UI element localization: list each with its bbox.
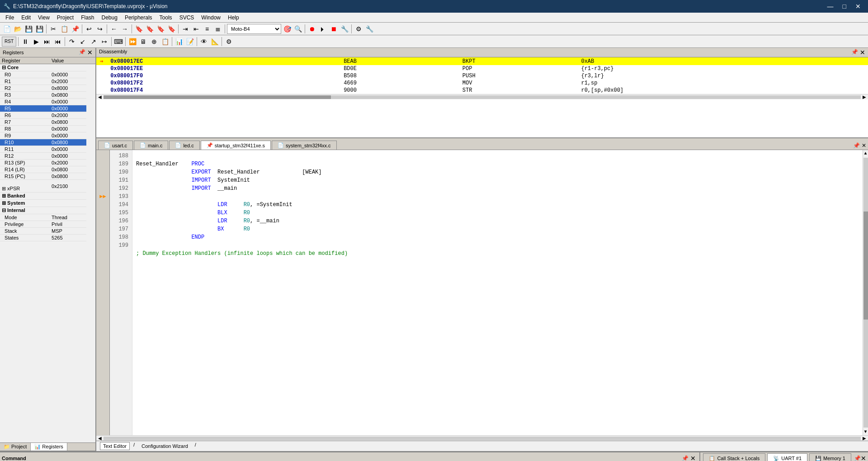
minimize-button[interactable]: — (824, 2, 837, 11)
menu-tools[interactable]: Tools (156, 14, 176, 22)
tab-usart-c[interactable]: 📄 usart.c (98, 141, 133, 150)
scroll-thumb[interactable] (863, 212, 868, 320)
reg-r14lr[interactable]: R14 (LR)0x0800 (0, 166, 95, 173)
tab-memory1[interactable]: 💾 Memory 1 (809, 453, 851, 461)
editor-close[interactable]: ✕ (862, 142, 866, 149)
tb-wrench[interactable]: 🔧 (364, 24, 374, 34)
tb2-step-out[interactable]: ↗ (89, 37, 99, 47)
pin-command[interactable]: 📌 (682, 455, 689, 461)
tb-indent[interactable]: ⇥ (180, 24, 190, 34)
close-uart[interactable]: ✕ (861, 455, 866, 461)
tb2-disasm[interactable]: 🖥 (138, 37, 148, 47)
close-registers[interactable]: ✕ (87, 49, 93, 56)
pin-disassembly[interactable]: 📌 (851, 49, 858, 56)
close-disassembly[interactable]: ✕ (860, 49, 865, 56)
tb-nav-back[interactable]: ← (109, 24, 119, 34)
group-system[interactable]: ⊞ System (0, 200, 95, 207)
tb2-step-over[interactable]: ↷ (67, 37, 77, 47)
menu-project[interactable]: Project (53, 14, 77, 22)
tb-run[interactable]: ⏵ (318, 24, 328, 34)
menu-file[interactable]: File (2, 14, 18, 22)
menu-view[interactable]: View (34, 14, 53, 22)
tb2-b3[interactable]: ⏭ (42, 37, 52, 47)
editor-pin[interactable]: 📌 (853, 142, 860, 149)
close-command[interactable]: ✕ (690, 455, 696, 461)
reg-r6[interactable]: R60x2000 (0, 112, 95, 119)
pin-icon[interactable]: 📌 (79, 49, 85, 56)
tb-run-stop[interactable]: ⏺ (307, 24, 317, 34)
tb-outdent[interactable]: ⇤ (191, 24, 201, 34)
tab-config-wizard[interactable]: Configuration Wizard (138, 442, 191, 450)
reg-r15pc[interactable]: R15 (PC)0x0800 (0, 173, 95, 180)
tab-led-c[interactable]: 📄 led.c (169, 141, 199, 150)
tb2-setup[interactable]: ⚙ (224, 37, 234, 47)
reg-privilege[interactable]: PrivilegePrivil (0, 221, 95, 228)
menu-peripherals[interactable]: Peripherals (121, 14, 156, 22)
tb-open[interactable]: 📂 (13, 24, 23, 34)
hscroll-track[interactable] (104, 437, 861, 440)
tb-bk3[interactable]: 🔖 (156, 24, 165, 34)
reg-stack[interactable]: StackMSP (0, 228, 95, 235)
tb-indent2[interactable]: ≡ (202, 24, 212, 34)
tb2-step-in[interactable]: ↙ (78, 37, 88, 47)
group-internal[interactable]: ⊟ Internal (0, 207, 95, 214)
hscroll-right[interactable]: ▶ (863, 436, 866, 441)
code-content[interactable]: Reset_Handler PROC EXPORT Reset_Handler … (132, 150, 863, 435)
tb2-b2[interactable]: ▶ (31, 37, 41, 47)
tb-paste[interactable]: 📌 (70, 24, 80, 34)
tab-project[interactable]: 📁 Project (0, 443, 31, 451)
tab-main-c[interactable]: 📄 main.c (134, 141, 168, 150)
reg-r7[interactable]: R70x0800 (0, 119, 95, 126)
reg-r11[interactable]: R110x0000 (0, 146, 95, 153)
title-bar-controls[interactable]: — □ ✕ (824, 2, 864, 11)
reg-r10[interactable]: R100x0800 (0, 139, 95, 146)
tb2-perf[interactable]: 📊 (174, 37, 184, 47)
tb-cut[interactable]: ✂ (48, 24, 58, 34)
tb2-b4[interactable]: ⏮ (53, 37, 63, 47)
reg-mode[interactable]: ModeThread (0, 214, 95, 221)
group-core[interactable]: ⊟ Core (0, 64, 95, 71)
disasm-scroll-right[interactable]: ▶ (863, 94, 866, 99)
editor-scrollbar-h[interactable]: ◀ ▶ (96, 435, 868, 441)
tab-uart1[interactable]: 📡 UART #1 (767, 453, 807, 461)
tb-saveall[interactable]: 💾 (34, 24, 44, 34)
hscroll-left[interactable]: ◀ (98, 436, 102, 441)
scroll-up-btn[interactable]: ▲ (863, 150, 868, 157)
tab-registers[interactable]: 📊 Registers (31, 443, 67, 451)
reg-states[interactable]: States5265 (0, 235, 95, 241)
tb-save[interactable]: 💾 (24, 24, 33, 34)
target-dropdown[interactable]: Moto-B4 (227, 24, 281, 34)
editor-content[interactable]: ▶▶ 188 189 190 191 192 193 194 (96, 150, 868, 435)
reg-r0[interactable]: R00x0000 (0, 71, 95, 78)
tb-new[interactable]: 📄 (2, 24, 12, 34)
tb2-sym[interactable]: ⊕ (149, 37, 159, 47)
tb2-cmd[interactable]: ⌨ (113, 37, 123, 47)
tb-redo[interactable]: ↪ (95, 24, 105, 34)
menu-debug[interactable]: Debug (98, 14, 121, 22)
disasm-scroll-left[interactable]: ◀ (98, 94, 102, 99)
menu-svcs[interactable]: SVCS (176, 14, 198, 22)
tb2-next[interactable]: ⏩ (127, 37, 137, 47)
tb-options[interactable]: ⚙ (354, 24, 363, 34)
tb-bk1[interactable]: 🔖 (134, 24, 144, 34)
tab-startup-s[interactable]: 📌 startup_stm32f411xe.s (201, 141, 271, 150)
tb-target2[interactable]: 🔍 (293, 24, 303, 34)
pin-uart[interactable]: 📌 (854, 455, 861, 461)
reg-r3[interactable]: R30x0800 (0, 92, 95, 99)
tab-text-editor[interactable]: Text Editor (100, 442, 130, 450)
tab-system-c[interactable]: 📄 system_stm32f4xx.c (272, 141, 337, 150)
group-banked[interactable]: ⊞ Banked (0, 193, 95, 200)
menu-edit[interactable]: Edit (18, 14, 34, 22)
tb2-run-to[interactable]: ↦ (99, 37, 109, 47)
menu-help[interactable]: Help (224, 14, 243, 22)
tb2-rst[interactable]: RST (2, 37, 16, 47)
tb-bk2[interactable]: 🔖 (145, 24, 155, 34)
close-button[interactable]: ✕ (852, 2, 864, 11)
reg-r2[interactable]: R20x8000 (0, 85, 95, 92)
tb2-log[interactable]: 📝 (185, 37, 195, 47)
tb2-mem[interactable]: 📋 (160, 37, 170, 47)
editor-scrollbar-v[interactable]: ▲ ▼ (863, 150, 868, 435)
reg-r8[interactable]: R80x0000 (0, 126, 95, 132)
tb-dbg1[interactable]: 🔧 (340, 24, 349, 34)
menu-window[interactable]: Window (198, 14, 224, 22)
